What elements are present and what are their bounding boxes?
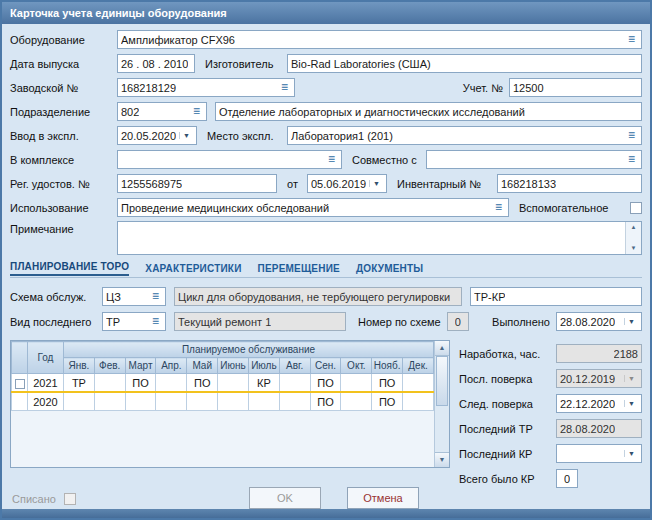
note-textarea[interactable] (117, 221, 642, 255)
plan-cell[interactable] (279, 374, 310, 393)
table-row-2020[interactable]: 2020 ПО ПО (12, 392, 434, 411)
inventory-number-input[interactable]: 168218133 (497, 174, 642, 193)
completed-calendar-dropdown-icon[interactable] (624, 318, 638, 325)
division-code-input[interactable]: 802 (117, 102, 207, 121)
scroll-down-icon[interactable]: ▼ (435, 452, 449, 467)
manufacturer-input[interactable]: Bio-Rad Laboratories (США) (287, 54, 642, 73)
in-complex-picker-icon[interactable] (325, 154, 338, 165)
row-selector-cell[interactable] (12, 374, 28, 393)
last-kr-input[interactable] (556, 444, 642, 463)
equipment-card-window: Карточка учета единицы оборудования Обор… (0, 0, 652, 520)
note-scroll-down-icon[interactable] (626, 243, 641, 254)
last-kr-calendar-dropdown-icon[interactable] (624, 450, 638, 457)
equipment-picker-icon[interactable] (625, 34, 638, 45)
row-equipment: Оборудование Амплификатор CFX96 (10, 30, 642, 49)
row-complex-together: В комплексе Совместно с (10, 150, 642, 169)
together-with-input[interactable] (426, 150, 642, 169)
plan-cell[interactable]: ПО (125, 374, 156, 393)
plan-cell[interactable] (403, 374, 434, 393)
scheme-code-input[interactable]: ЦЗ (102, 287, 166, 306)
plan-cell[interactable] (94, 392, 125, 411)
reg-certificate-value: 1255568975 (121, 178, 182, 190)
window-titlebar[interactable]: Карточка учета единицы оборудования (2, 2, 650, 24)
next-verification-input[interactable]: 22.12.2020 (556, 394, 642, 413)
plan-cell[interactable] (218, 392, 249, 411)
plan-cell[interactable] (218, 374, 249, 393)
usage-value: Проведение медицинских обследований (121, 202, 329, 214)
table-row-2021[interactable]: 2021 ТР ПО ПО КР ПО ПО (12, 374, 434, 393)
plan-cell[interactable] (64, 392, 95, 411)
plan-cell[interactable]: ПО (310, 392, 341, 411)
commissioning-calendar-dropdown-icon[interactable] (179, 132, 193, 139)
usage-picker-icon[interactable] (492, 202, 505, 213)
plan-cell[interactable]: ТР (64, 374, 95, 393)
location-picker-icon[interactable] (625, 130, 638, 141)
reg-certificate-input[interactable]: 1255568975 (117, 174, 277, 193)
completed-label: Выполнено (492, 316, 550, 328)
plan-cell[interactable]: ПО (310, 374, 341, 393)
together-with-picker-icon[interactable] (625, 154, 638, 165)
in-complex-input[interactable] (117, 150, 342, 169)
plan-cell[interactable] (94, 374, 125, 393)
plan-cell[interactable]: ПО (372, 374, 403, 393)
last-type-code-input[interactable]: ТР (102, 312, 166, 331)
location-label: Место экспл. (207, 130, 287, 142)
factory-number-input[interactable]: 168218129 (117, 78, 295, 97)
plan-cell[interactable] (125, 392, 156, 411)
usage-input[interactable]: Проведение медицинских обследований (117, 198, 509, 217)
equipment-input[interactable]: Амплификатор CFX96 (117, 30, 642, 49)
plan-cell[interactable] (341, 392, 372, 411)
division-name-field[interactable]: Отделение лабораторных и диагностических… (215, 102, 642, 121)
tab-planning-toro[interactable]: ПЛАНИРОВАНИЕ ТОРО (10, 261, 129, 276)
plan-cell[interactable]: ПО (187, 374, 218, 393)
row-selector-cell[interactable] (12, 392, 28, 411)
ok-button[interactable]: OK (249, 487, 321, 509)
plan-cell[interactable] (403, 392, 434, 411)
month-header: Сен. (310, 358, 341, 374)
commissioning-date-input[interactable]: 20.05.2020 (117, 126, 197, 145)
scroll-up-icon[interactable]: ▲ (435, 341, 449, 356)
location-input[interactable]: Лаборатория1 (201) (287, 126, 642, 145)
tab-movement[interactable]: ПЕРЕМЕЩЕНИЕ (258, 263, 340, 276)
row-scheme: Схема обслуж. ЦЗ Цикл для оборудования, … (10, 287, 642, 306)
plan-cell[interactable] (187, 392, 218, 411)
plan-cell[interactable] (156, 374, 187, 393)
row-last-type: Вид последнего ТР Текущий ремонт 1 Номер… (10, 312, 642, 331)
release-date-value: 26 . 08 . 2010 (121, 58, 188, 70)
plan-cell[interactable] (248, 392, 279, 411)
total-kr-field[interactable]: 0 (556, 469, 578, 488)
plan-cell[interactable]: ПО (372, 392, 403, 411)
plan-cell[interactable] (156, 392, 187, 411)
cancel-button[interactable]: Отмена (347, 487, 419, 509)
row-factory-account: Заводской № 168218129 Учет. № 12500 (10, 78, 642, 97)
account-number-input[interactable]: 12500 (509, 78, 642, 97)
last-type-picker-icon[interactable] (149, 316, 162, 327)
month-header: Дек. (403, 358, 434, 374)
reg-date-calendar-dropdown-icon[interactable] (369, 180, 383, 187)
tab-characteristics[interactable]: ХАРАКТЕРИСТИКИ (145, 263, 241, 276)
plan-cell[interactable]: КР (248, 374, 279, 393)
plan-cell[interactable] (341, 374, 372, 393)
plan-cell[interactable] (279, 392, 310, 411)
month-header: Июль (248, 358, 279, 374)
next-verification-value: 22.12.2020 (560, 398, 615, 410)
written-off-label: Списано (12, 493, 56, 505)
division-picker-icon[interactable] (190, 106, 203, 117)
written-off-checkbox[interactable] (64, 493, 76, 505)
tab-documents[interactable]: ДОКУМЕНТЫ (356, 263, 423, 276)
division-label: Подразделение (10, 106, 117, 118)
maintenance-grid: Год Планируемое обслуживание Янв. Фев. М… (11, 341, 434, 411)
scheme-picker-icon[interactable] (149, 291, 162, 302)
reg-date-input[interactable]: 05.06.2019 (307, 174, 387, 193)
table-header-row-2: Янв. Фев. Март Апр. Май Июнь Июль Авг. С… (12, 358, 434, 374)
release-date-input[interactable]: 26 . 08 . 2010 (117, 54, 195, 73)
scrollbar-thumb[interactable] (436, 356, 448, 406)
auxiliary-checkbox[interactable] (630, 202, 642, 214)
factory-number-picker-icon[interactable] (278, 82, 291, 93)
next-verification-calendar-dropdown-icon[interactable] (624, 400, 638, 407)
note-scroll-up-icon[interactable] (626, 222, 641, 233)
scheme-type-field[interactable]: ТР-КР (470, 287, 642, 306)
completed-date-input[interactable]: 28.08.2020 (556, 312, 642, 331)
row-select-checkbox[interactable] (15, 379, 25, 389)
table-vertical-scrollbar[interactable]: ▲ ▼ (434, 341, 449, 467)
